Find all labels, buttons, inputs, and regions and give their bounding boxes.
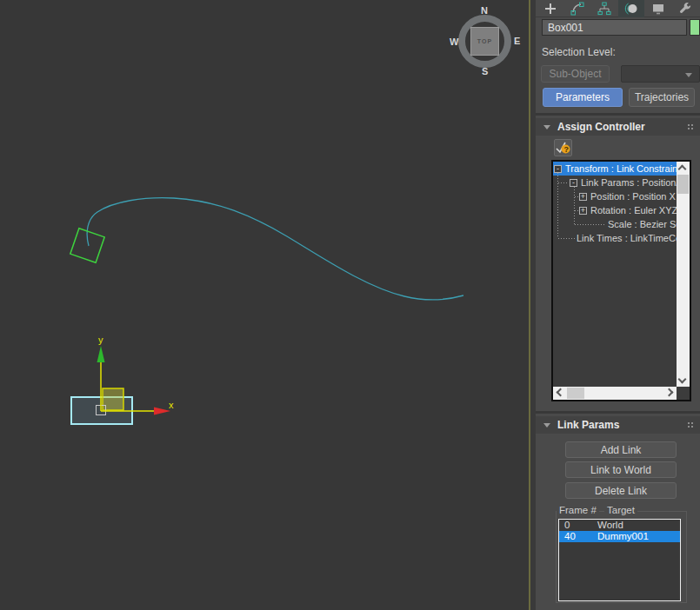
motion-circle-icon — [624, 2, 638, 16]
scroll-up-icon[interactable] — [678, 165, 687, 174]
tab-hierarchy[interactable] — [591, 0, 617, 17]
tree-item-transform[interactable]: -Transform : Link Constrain — [553, 162, 677, 176]
compass-west[interactable]: W — [450, 36, 458, 47]
rollout-title: Assign Controller — [557, 121, 645, 133]
scroll-left-icon[interactable] — [557, 388, 565, 397]
link-row-world[interactable]: 0World — [559, 520, 680, 531]
rollout-title: Link Params — [557, 419, 619, 431]
scroll-down-icon[interactable] — [678, 375, 687, 384]
scroll-right-icon[interactable] — [665, 388, 674, 397]
rollout-collapse-icon[interactable] — [543, 423, 550, 428]
vertical-scrollbar[interactable] — [677, 162, 690, 387]
display-monitor-icon — [651, 2, 665, 16]
sub-object-level-dropdown[interactable] — [621, 65, 700, 83]
link-to-world-button[interactable]: Link to World — [565, 461, 677, 478]
tab-motion[interactable] — [618, 0, 644, 17]
tab-trajectories[interactable]: Trajectories — [629, 88, 695, 107]
view-cube[interactable]: N E S W TOP — [452, 9, 517, 74]
compass-east[interactable]: E — [514, 36, 520, 46]
frame-column-header: Frame # — [557, 505, 599, 515]
assign-controller-button[interactable]: ? — [554, 139, 572, 156]
compass-south[interactable]: S — [482, 66, 488, 76]
collapse-toggle-icon[interactable]: - — [570, 179, 577, 187]
check-with-question-icon: ? — [555, 140, 571, 156]
tree-item-label: Position : Position X — [590, 191, 676, 202]
controller-tree[interactable]: -Transform : Link Constrain -Link Params… — [551, 160, 691, 401]
object-name-input[interactable] — [542, 19, 687, 36]
tree-item-link-times[interactable]: Link Times : LinkTimeCo — [553, 231, 677, 245]
expand-toggle-icon[interactable]: + — [579, 193, 587, 201]
chevron-down-icon — [685, 73, 692, 77]
tree-item-label: Link Params : Position/R — [581, 177, 677, 188]
utilities-wrench-icon — [678, 2, 692, 16]
tree-item-label: Rotation : Euler XYZ — [590, 205, 677, 215]
tree-item-link-params[interactable]: -Link Params : Position/R — [553, 176, 677, 189]
tree-item-rotation[interactable]: +Rotation : Euler XYZ — [553, 203, 677, 217]
3dsmax-window: y x N E S W TOP — [0, 0, 700, 610]
modify-curve-icon — [570, 2, 584, 16]
tab-parameters[interactable]: Parameters — [543, 88, 623, 107]
link-target: World — [597, 520, 623, 530]
scrollbar-thumb[interactable] — [677, 175, 689, 194]
rollout-collapse-icon[interactable] — [543, 125, 550, 129]
link-frame: 0 — [559, 520, 597, 531]
y-axis-label: y — [98, 335, 103, 345]
command-panel-tabs — [536, 0, 700, 17]
compass-north[interactable]: N — [481, 5, 488, 16]
rollout-grip-icon — [687, 123, 695, 130]
tree-item-label: Link Times : LinkTimeCo — [577, 233, 677, 243]
assign-controller-rollout-header[interactable]: Assign Controller — [536, 118, 700, 136]
scrollbar-thumb[interactable] — [567, 388, 584, 399]
tab-utilities[interactable] — [672, 0, 698, 17]
link-target: Dummy001 — [597, 531, 649, 541]
link-target-list[interactable]: 0World 40Dummy001 — [558, 519, 681, 601]
tab-create[interactable] — [537, 0, 563, 17]
divider — [536, 411, 700, 414]
collapse-toggle-icon[interactable]: - — [554, 165, 562, 173]
add-link-button[interactable]: Add Link — [565, 441, 677, 458]
expand-toggle-icon[interactable]: + — [579, 207, 587, 215]
x-axis-label: x — [169, 400, 174, 410]
svg-text:?: ? — [564, 145, 570, 154]
link-frame: 40 — [559, 531, 597, 542]
divider — [536, 113, 700, 116]
hierarchy-tree-icon — [597, 2, 611, 16]
selection-level-label: Selection Level: — [542, 46, 616, 58]
sub-object-button[interactable]: Sub-Object — [541, 65, 610, 83]
tree-item-label: Scale : Bezier Scale — [608, 219, 677, 229]
horizontal-scrollbar[interactable] — [553, 387, 677, 400]
command-panel: Selection Level: Sub-Object Parameters T… — [536, 0, 700, 610]
tree-item-label: Transform : Link Constrain — [565, 163, 677, 174]
plus-icon — [543, 2, 557, 16]
link-params-rollout-header[interactable]: Link Params — [536, 416, 700, 434]
tab-display[interactable] — [645, 0, 671, 17]
trajectory-curve — [87, 198, 463, 300]
viewport-canvas[interactable]: y x — [0, 0, 529, 610]
link-row-dummy001[interactable]: 40Dummy001 — [559, 531, 680, 542]
tab-modify[interactable] — [564, 0, 590, 17]
delete-link-button[interactable]: Delete Link — [565, 482, 677, 499]
tree-item-scale[interactable]: Scale : Bezier Scale — [553, 217, 677, 231]
rollout-grip-icon — [687, 421, 695, 428]
tree-item-position[interactable]: +Position : Position X — [553, 189, 677, 203]
target-column-header: Target — [604, 505, 637, 515]
view-cube-top-face[interactable]: TOP — [470, 27, 499, 56]
object-color-swatch[interactable] — [690, 19, 700, 36]
gizmo-y-arrowhead-icon[interactable] — [97, 346, 105, 362]
